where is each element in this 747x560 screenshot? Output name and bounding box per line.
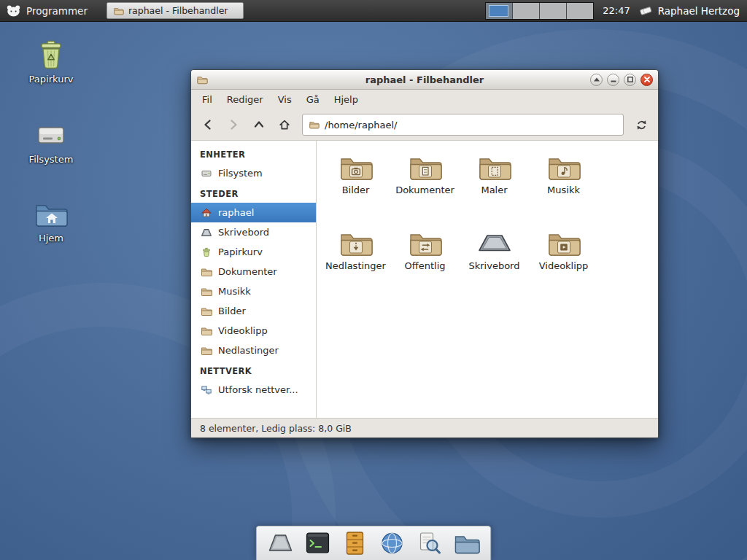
sidebar-item-papirkurv[interactable]: Papirkurv	[191, 242, 316, 262]
path-bar[interactable]: /home/raphael/	[302, 114, 624, 136]
folder-icon	[201, 286, 212, 298]
sidebar-item-raphael[interactable]: raphael	[191, 203, 316, 222]
terminal-launcher[interactable]	[303, 529, 333, 557]
window-icon	[196, 74, 208, 85]
sidebar-item-filesystem[interactable]: Filsystem	[191, 163, 316, 183]
file-label: Offentlig	[405, 260, 446, 271]
folder-icon	[309, 120, 320, 130]
back-button[interactable]	[196, 114, 220, 136]
xfce-logo-icon	[6, 4, 21, 17]
home-button[interactable]	[273, 114, 296, 136]
file-item-musikk[interactable]: Musikk	[529, 151, 598, 219]
sidebar-item-label: Utforsk nettver...	[218, 384, 298, 395]
workspace-3-button[interactable]	[539, 3, 566, 19]
desktop: Programmer raphael - Filbehandler 22:47	[0, 0, 747, 560]
window-title: raphael - Filbehandler	[191, 74, 658, 85]
sidebar-item-network[interactable]: Utforsk nettver...	[191, 380, 316, 400]
up-button[interactable]	[247, 114, 271, 136]
sidebar-item-label: Videoklipp	[218, 325, 268, 336]
minimize-button[interactable]	[607, 74, 619, 86]
file-item-maler[interactable]: Maler	[460, 151, 529, 219]
panel-right-area: 22:47 Raphael Hertzog	[485, 2, 747, 20]
desktop-icon-label: Hjem	[36, 233, 66, 244]
desktop-icon-trash[interactable]: Papirkurv	[15, 38, 88, 85]
folder-icon	[201, 325, 212, 337]
sidebar-item-dokumenter[interactable]: Dokumenter	[191, 262, 316, 281]
sidebar-section-devices: ENHETER	[191, 144, 316, 163]
desktop-surface-icon	[477, 228, 512, 257]
sidebar-item-label: Bilder	[218, 306, 246, 316]
sidebar-item-label: Dokumenter	[218, 266, 277, 277]
window-task-icon	[113, 6, 124, 16]
trash-icon	[34, 38, 69, 70]
places-sidebar: ENHETER Filsystem STEDER	[191, 141, 317, 418]
applications-menu-button[interactable]: Programmer	[0, 0, 96, 21]
file-view[interactable]: Bilder Dokumenter	[317, 141, 658, 418]
shade-button[interactable]	[590, 74, 603, 86]
folder-document-icon	[408, 152, 443, 182]
sidebar-item-bilder[interactable]: Bilder	[191, 301, 316, 321]
application-finder-launcher[interactable]	[414, 529, 445, 557]
workspace-2-button[interactable]	[512, 3, 539, 19]
folder-music-icon	[546, 152, 581, 182]
show-desktop-button[interactable]	[266, 529, 296, 557]
user-name: Raphael Hertzog	[658, 5, 740, 17]
sidebar-item-skrivebord[interactable]: Skrivebord	[191, 222, 316, 242]
menu-edit[interactable]: Rediger	[220, 92, 270, 107]
sidebar-item-label: Skrivebord	[218, 227, 269, 238]
folder-share-icon	[408, 228, 443, 257]
drive-icon	[201, 168, 212, 179]
taskbar-window-button[interactable]: raphael - Filbehandler	[107, 2, 244, 19]
taskbar-window-label: raphael - Filbehandler	[128, 5, 228, 16]
file-manager-launcher[interactable]	[340, 529, 371, 557]
web-browser-launcher[interactable]	[377, 529, 408, 557]
menu-view[interactable]: Vis	[271, 92, 298, 107]
clock[interactable]: 22:47	[603, 5, 630, 16]
file-item-nedlastinger[interactable]: Nedlastinger	[321, 227, 390, 295]
sidebar-item-musikk[interactable]: Musikk	[191, 281, 316, 301]
file-item-dokumenter[interactable]: Dokumenter	[390, 151, 460, 219]
directory-menu-button[interactable]	[452, 529, 482, 557]
file-item-videoklipp[interactable]: Videoklipp	[529, 227, 598, 295]
status-bar: 8 elementer, Ledig plass: 8,0 GiB	[191, 418, 658, 438]
sidebar-item-videoklipp[interactable]: Videoklipp	[191, 321, 316, 341]
desktop-icon-label: Filsystem	[26, 154, 77, 165]
workspace-1-button[interactable]	[486, 3, 512, 19]
sidebar-section-places: STEDER	[191, 183, 316, 203]
file-item-bilder[interactable]: Bilder	[321, 151, 390, 219]
file-item-offentlig[interactable]: Offentlig	[390, 227, 460, 295]
path-text: /home/raphael/	[325, 120, 397, 131]
menu-help[interactable]: Hjelp	[328, 92, 365, 107]
file-item-skrivebord[interactable]: Skrivebord	[460, 227, 529, 295]
applications-menu-label: Programmer	[26, 5, 88, 17]
desktop-icon-home[interactable]: Hjem	[15, 198, 88, 244]
close-button[interactable]	[640, 74, 653, 86]
forward-button[interactable]	[222, 114, 245, 136]
file-label: Dokumenter	[395, 184, 454, 195]
titlebar[interactable]: raphael - Filbehandler	[191, 70, 658, 90]
maximize-button[interactable]	[624, 74, 636, 86]
file-label: Bilder	[342, 184, 370, 195]
bottom-dock	[256, 526, 492, 560]
drive-icon	[34, 118, 69, 150]
folder-icon	[201, 345, 212, 357]
menu-file[interactable]: Fil	[196, 92, 219, 107]
desktop-icon-small	[201, 227, 212, 238]
refresh-button[interactable]	[630, 114, 653, 136]
user-menu-button[interactable]: Raphael Hertzog	[639, 5, 743, 17]
workspace-switcher	[485, 2, 594, 20]
workspace-4-button[interactable]	[566, 3, 593, 19]
workspace-window-preview	[489, 5, 508, 17]
sidebar-item-label: Papirkurv	[218, 246, 263, 257]
folder-template-icon	[477, 152, 512, 182]
home-folder-icon	[34, 198, 69, 229]
file-manager-window: raphael - Filbehandler Fil Rediger Vis	[190, 69, 659, 438]
menu-go[interactable]: Gå	[300, 92, 326, 107]
sidebar-item-label: raphael	[218, 207, 254, 218]
toolbar: /home/raphael/	[191, 109, 658, 141]
sidebar-item-label: Filsystem	[218, 168, 263, 179]
sidebar-item-nedlastinger[interactable]: Nedlastinger	[191, 341, 316, 360]
desktop-icon-filesystem[interactable]: Filsystem	[15, 118, 88, 165]
file-label: Videoklipp	[539, 260, 589, 271]
folder-icon	[201, 266, 212, 278]
